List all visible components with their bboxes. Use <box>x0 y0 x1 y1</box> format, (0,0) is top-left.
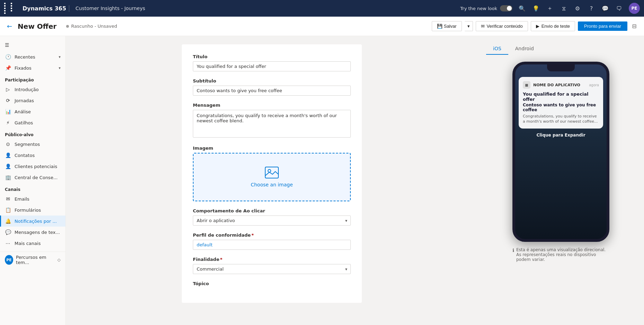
verify-content-button[interactable]: ✉ Verificar conteúdo <box>476 21 528 31</box>
participacao-section: Participação <box>0 73 65 84</box>
user-avatar[interactable]: PE <box>629 3 640 14</box>
feedback-icon[interactable]: 🗨 <box>615 5 623 12</box>
lightbulb-icon[interactable]: 💡 <box>532 5 540 12</box>
central-icon: 🏢 <box>5 175 11 180</box>
sidebar-item-jornadas[interactable]: ⟳ Jornadas <box>0 95 65 106</box>
emails-icon: ✉ <box>5 196 11 202</box>
info-icon: ℹ <box>512 248 514 253</box>
top-nav-right: Try the new look 🔍 💡 ＋ ⧖ ⚙ ? 💬 🗨 PE <box>460 3 640 14</box>
sidebar-item-recentes[interactable]: 🕐 Recentes ▾ <box>0 51 65 62</box>
action-buttons: 💾 Salvar ▾ ✉ Verificar conteúdo ▶ Envio … <box>432 21 638 31</box>
image-placeholder-icon <box>265 167 279 178</box>
titulo-input[interactable] <box>193 61 351 71</box>
content-area: Título Subtítulo Mensagem Congratulation… <box>66 36 478 325</box>
app-name: Customer Insights - Journeys <box>75 6 145 11</box>
chevron-down-icon: ▾ <box>59 55 61 59</box>
sidebar-item-notificacoes[interactable]: 🔔 Notificações por ... <box>0 216 65 227</box>
notification-title: You qualified for a special offer <box>523 91 599 102</box>
comportamento-select-wrapper: Abrir o aplicativo Abrir URL Nenhum ▾ <box>193 216 351 226</box>
topico-field: Tópico <box>193 281 351 286</box>
mensagens-icon: 💬 <box>5 229 11 235</box>
tab-android[interactable]: Android <box>508 43 541 55</box>
save-dropdown-button[interactable]: ▾ <box>465 21 473 31</box>
sidebar-item-segmentos[interactable]: ⊙ Segmentos <box>0 139 65 150</box>
help-icon[interactable]: ? <box>587 5 596 12</box>
sidebar-item-formularios[interactable]: 📋 Formulários <box>0 204 65 216</box>
add-icon[interactable]: ＋ <box>546 5 554 12</box>
send-test-icon: ▶ <box>536 24 539 29</box>
sidebar-item-fixados[interactable]: 📌 Fixados ▾ <box>0 62 65 73</box>
sidebar-item-introducao[interactable]: ▷ Introdução <box>0 84 65 95</box>
test-send-button[interactable]: ▶ Envio de teste <box>531 21 575 31</box>
comportamento-field: Comportamento de Ao clicar Abrir o aplic… <box>193 208 351 226</box>
subtitulo-field: Subtítulo <box>193 78 351 96</box>
imagem-field: Imagem Choose an image <box>193 146 351 201</box>
sidebar-footer[interactable]: PE Percursos em tem... ◇ <box>0 252 65 268</box>
preview-disclaimer: ℹ Esta é apenas uma visualização direcio… <box>512 247 609 262</box>
sidebar-item-analise[interactable]: 📊 Análise <box>0 106 65 117</box>
recentes-icon: 🕐 <box>5 54 11 60</box>
ready-to-send-button[interactable]: Pronto para enviar <box>578 21 627 31</box>
comportamento-select[interactable]: Abrir o aplicativo Abrir URL Nenhum <box>193 216 351 226</box>
subtitulo-input[interactable] <box>193 86 351 96</box>
save-button[interactable]: 💾 Salvar <box>432 21 462 31</box>
titulo-label: Título <box>193 54 351 59</box>
clientes-icon: 👤 <box>5 164 11 169</box>
publico-section: Público-alvo <box>0 128 65 139</box>
notification-time: agora <box>589 83 599 87</box>
analise-icon: 📊 <box>5 109 11 114</box>
introducao-icon: ▷ <box>5 87 11 92</box>
sidebar-item-central[interactable]: 🏢 Central de Conse... <box>0 172 65 183</box>
apps-menu-icon[interactable] <box>4 3 16 14</box>
phone-notch <box>547 64 575 71</box>
jornadas-icon: ⟳ <box>5 98 11 103</box>
formularios-icon: 📋 <box>5 207 11 213</box>
settings-icon[interactable]: ⚙ <box>573 5 582 12</box>
chevron-down-icon: ▾ <box>59 66 61 70</box>
perfil-label: Perfil de conformidade* <box>193 232 351 238</box>
topico-label: Tópico <box>193 281 351 286</box>
expand-button[interactable]: Clique para Expandir <box>515 133 607 138</box>
status-dot <box>66 25 69 28</box>
sidebar-item-gatilhos[interactable]: ⚡ Gatilhos <box>0 117 65 128</box>
form-card: Título Subtítulo Mensagem Congratulation… <box>182 44 362 303</box>
top-navigation: Dynamics 365 Customer Insights - Journey… <box>0 0 644 17</box>
back-button[interactable]: ← <box>6 21 14 31</box>
app-name: NOME DO APLICATIVO <box>533 83 586 87</box>
canais-section: Canais <box>0 183 65 193</box>
chat-icon[interactable]: 💬 <box>601 5 609 12</box>
verify-icon: ✉ <box>481 24 485 29</box>
page-title: New Offer <box>18 22 56 30</box>
app-icon: ■ <box>523 81 530 89</box>
mais-icon: ⋯ <box>5 240 11 246</box>
contatos-icon: 👤 <box>5 152 11 158</box>
tab-ios[interactable]: iOS <box>486 43 508 55</box>
choose-image-text: Choose an image <box>251 182 293 187</box>
preview-tabs: iOS Android <box>486 43 636 55</box>
imagem-label: Imagem <box>193 146 351 151</box>
notificacoes-icon: 🔔 <box>5 218 11 224</box>
perfil-field: Perfil de conformidade* <box>193 232 351 250</box>
new-look-switch[interactable] <box>500 5 512 11</box>
try-new-look-toggle[interactable]: Try the new look <box>460 5 512 11</box>
image-upload-area[interactable]: Choose an image <box>193 153 351 201</box>
sidebar-item-contatos[interactable]: 👤 Contatos <box>0 150 65 161</box>
finalidade-field: Finalidade* Commercial Transactional ▾ <box>193 257 351 274</box>
sidebar-item-mais[interactable]: ⋯ Mais canais <box>0 238 65 249</box>
titulo-field: Título <box>193 54 351 71</box>
hamburger-menu[interactable]: ☰ <box>0 39 65 51</box>
sidebar-item-clientes[interactable]: 👤 Clientes potenciais <box>0 161 65 172</box>
sidebar-item-mensagens[interactable]: 💬 Mensagens de tex... <box>0 227 65 238</box>
finalidade-select[interactable]: Commercial Transactional <box>193 264 351 274</box>
perfil-input[interactable] <box>193 240 351 250</box>
main-layout: ☰ 🕐 Recentes ▾ 📌 Fixados ▾ Participação … <box>0 36 644 325</box>
search-icon[interactable]: 🔍 <box>518 5 526 12</box>
brand-name[interactable]: Dynamics 365 <box>20 5 69 12</box>
collapse-panel-icon[interactable]: ⊟ <box>630 23 638 29</box>
diamond-icon: ◇ <box>57 257 61 262</box>
comportamento-label: Comportamento de Ao clicar <box>193 208 351 213</box>
mensagem-textarea[interactable]: Congratulations, you qualify to receive … <box>193 110 351 138</box>
sidebar-item-emails[interactable]: ✉ Emails <box>0 193 65 204</box>
fixados-icon: 📌 <box>5 65 11 71</box>
filter-icon[interactable]: ⧖ <box>560 5 568 12</box>
